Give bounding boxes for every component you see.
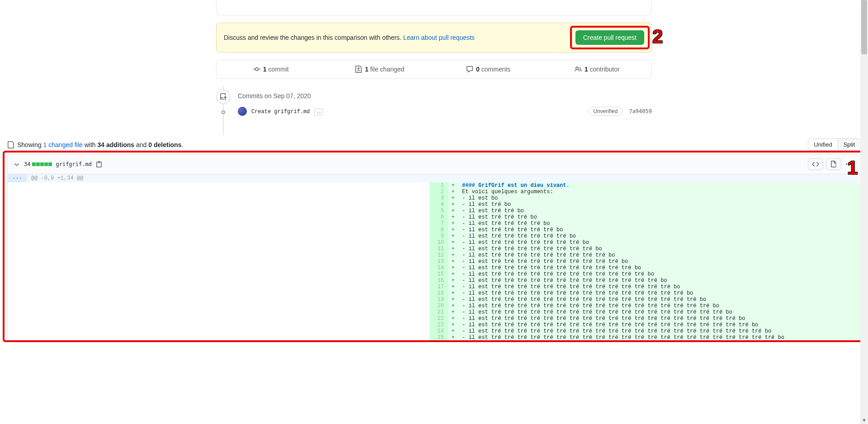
commits-group-title: Commits on Sep 07, 2020: [238, 90, 652, 100]
new-line-number: 10: [429, 239, 448, 246]
diff-line[interactable]: 20+- il est tré tré tré tré tré tré tré …: [8, 303, 860, 309]
commit-message[interactable]: Create grifgrif.md: [251, 109, 310, 115]
commit-icon: [253, 66, 260, 73]
create-pull-request-button[interactable]: Create pull request: [576, 30, 644, 45]
new-line-content: - il est tré tré tré tré tré tré tré tré…: [458, 246, 860, 252]
old-line-number: [8, 265, 27, 271]
diff-sign: +: [448, 265, 458, 271]
diff-line[interactable]: 25+- il est tré tré tré tré tré tré tré …: [8, 334, 860, 341]
diff-line[interactable]: 2+Et voici quelques arguments:: [8, 189, 860, 195]
new-line-content: - il est tré tré tré tré tré tré tré tré…: [458, 290, 860, 296]
scrollbar-thumb[interactable]: [861, 0, 867, 54]
diff-line[interactable]: 5+- il est tré tré bo: [8, 208, 860, 214]
diffstat-suffix: .: [181, 141, 183, 148]
old-line-content: [27, 233, 429, 239]
diff-line[interactable]: 18+- il est tré tré tré tré tré tré tré …: [8, 290, 860, 296]
new-line-number: 17: [429, 284, 448, 290]
new-line-number: 14: [429, 265, 448, 271]
expand-commit-message-button[interactable]: …: [314, 108, 323, 115]
summary-files[interactable]: 1 file changed: [326, 60, 434, 78]
diff-sign: +: [448, 315, 458, 322]
files-count: 1: [365, 66, 368, 73]
diff-line[interactable]: 19+- il est tré tré tré tré tré tré tré …: [8, 296, 860, 303]
hunk-header-text: @@ -0,0 +1,34 @@: [27, 174, 860, 182]
summary-contributors[interactable]: 1 contributor: [543, 60, 652, 78]
repo-push-icon: [220, 93, 227, 100]
unified-view-button[interactable]: Unified: [808, 139, 837, 150]
diff-sign: +: [448, 309, 458, 315]
new-line-content: - il est tré tré tré tré tré tré tré tré…: [458, 334, 860, 341]
new-line-number: 9: [429, 233, 448, 239]
copy-path-button[interactable]: [95, 161, 103, 168]
new-line-number: 18: [429, 290, 448, 296]
file-diff: 34 grifgrif.md ... @@ -0,0 +1,: [7, 154, 861, 341]
old-line-number: [8, 284, 27, 290]
diff-line[interactable]: 1+#### GrifGrif est un dieu vivant.: [8, 182, 860, 189]
chevron-down-icon: [13, 161, 20, 168]
new-line-number: 7: [429, 220, 448, 227]
file-diff-icon: [355, 66, 362, 73]
diff-line[interactable]: 22+- il est tré tré tré tré tré tré tré …: [8, 315, 860, 322]
old-line-content: [27, 220, 429, 227]
file-icon: [830, 161, 837, 168]
changed-files-link[interactable]: 1 changed file: [43, 141, 83, 148]
expand-hunk-button[interactable]: ...: [8, 174, 27, 182]
new-line-number: 19: [429, 296, 448, 303]
diff-line[interactable]: 15+- il est tré tré tré tré tré tré tré …: [8, 271, 860, 277]
diff-line[interactable]: 14+- il est tré tré tré tré tré tré tré …: [8, 265, 860, 271]
old-line-number: [8, 322, 27, 328]
diff-line[interactable]: 9+- il est tré tré tré tré tré tré bo: [8, 233, 860, 239]
old-line-number: [8, 258, 27, 265]
diff-line[interactable]: 13+- il est tré tré tré tré tré tré tré …: [8, 258, 860, 265]
unverified-badge[interactable]: Unverified: [588, 107, 623, 116]
old-line-content: [27, 284, 429, 290]
summary-commits[interactable]: 1 commit: [217, 60, 326, 78]
summary-comments[interactable]: 0 comments: [434, 60, 543, 78]
learn-pr-link[interactable]: Learn about pull requests: [403, 34, 475, 41]
avatar[interactable]: [238, 107, 247, 116]
split-view-button[interactable]: Split: [838, 139, 860, 150]
new-line-content: - il est tré tré tré tré tré tré tré tré…: [458, 296, 860, 303]
diff-line[interactable]: 3+- il est bo: [8, 195, 860, 201]
diff-line[interactable]: 10+- il est tré tré tré tré tré tré tré …: [8, 239, 860, 246]
vertical-scrollbar[interactable]: ▲ ▼: [860, 0, 868, 348]
old-line-content: [27, 322, 429, 328]
diff-line[interactable]: 12+- il est tré tré tré tré tré tré tré …: [8, 252, 860, 258]
new-line-number: 11: [429, 246, 448, 252]
file-name[interactable]: grifgrif.md: [56, 161, 91, 167]
diff-line[interactable]: 23+- il est tré tré tré tré tré tré tré …: [8, 322, 860, 328]
new-line-number: 24: [429, 328, 448, 334]
new-line-number: 4: [429, 201, 448, 208]
file-menu-button[interactable]: [844, 159, 855, 170]
diff-line[interactable]: 8+- il est tré tré tré tré tré bo: [8, 227, 860, 233]
comment-icon: [466, 66, 473, 73]
hunk-header-row: ... @@ -0,0 +1,34 @@: [8, 174, 860, 182]
diff-line[interactable]: 16+- il est tré tré tré tré tré tré tré …: [8, 277, 860, 284]
collapse-file-toggle[interactable]: [13, 161, 20, 168]
diff-line[interactable]: 11+- il est tré tré tré tré tré tré tré …: [8, 246, 860, 252]
old-line-number: [8, 246, 27, 252]
new-line-content: Et voici quelques arguments:: [458, 189, 860, 195]
diff-line[interactable]: 7+- il est tré tré tré tré bo: [8, 220, 860, 227]
old-line-number: [8, 239, 27, 246]
commits-label: commit: [269, 66, 289, 73]
new-line-content: - il est tré tré tré tré tré tré tré tré…: [458, 252, 860, 258]
diff-sign: +: [448, 220, 458, 227]
diff-sign: +: [448, 322, 458, 328]
diff-sign: +: [448, 328, 458, 334]
diff-line[interactable]: 24+- il est tré tré tré tré tré tré tré …: [8, 328, 860, 334]
view-source-button[interactable]: [808, 158, 823, 170]
new-line-content: - il est tré tré tré tré tré tré tré tré…: [458, 303, 860, 309]
diff-line[interactable]: 4+- il est tré bo: [8, 201, 860, 208]
diff-line[interactable]: 6+- il est tré tré tré bo: [8, 214, 860, 220]
diff-line[interactable]: 21+- il est tré tré tré tré tré tré tré …: [8, 309, 860, 315]
commit-sha[interactable]: 7a94059: [629, 108, 652, 114]
old-line-content: [27, 201, 429, 208]
diff-sign: +: [448, 296, 458, 303]
view-rendered-button[interactable]: [826, 158, 841, 170]
new-line-number: 23: [429, 322, 448, 328]
diffstat-mid1: with: [83, 141, 98, 148]
old-line-content: [27, 265, 429, 271]
diff-line[interactable]: 17+- il est tré tré tré tré tré tré tré …: [8, 284, 860, 290]
new-line-number: 3: [429, 195, 448, 201]
